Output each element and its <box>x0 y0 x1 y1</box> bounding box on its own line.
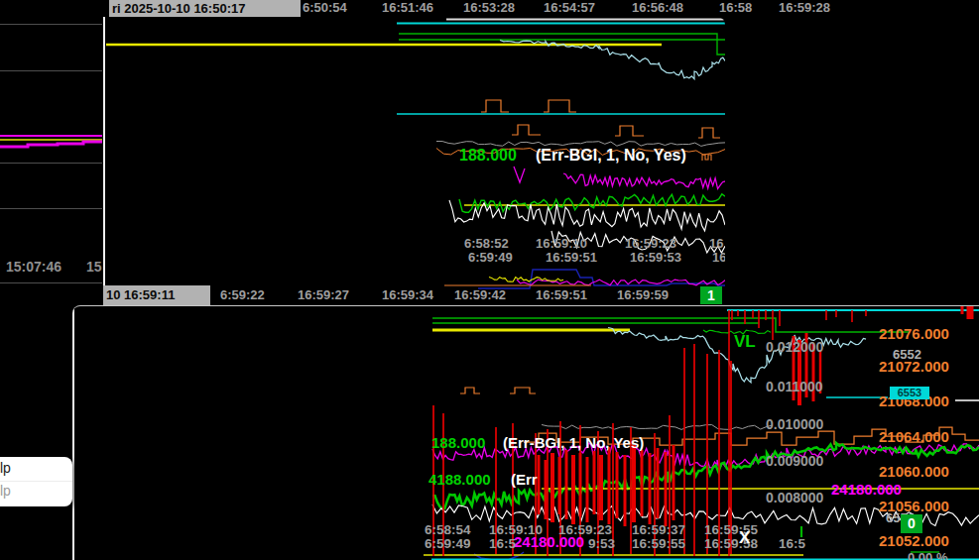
upper-inner-time: 6:59:49 <box>468 251 513 265</box>
lower-axis-time: 16:5 <box>489 537 516 551</box>
magenta-price-label: 24180.000 <box>831 481 902 498</box>
upper-inner-time: 16:59:51 <box>546 251 597 265</box>
price-scale-tick: 21064.000 <box>879 428 949 445</box>
lower-indicator2-value: 4188.000 <box>428 471 491 488</box>
background-gridline <box>0 163 102 164</box>
left-scale-tick: 0.008000 <box>766 490 823 505</box>
top-axis-highlight-cell[interactable]: ri 2025-10-10 16:50:17 <box>109 0 301 17</box>
top-axis-time: 16:58 <box>719 1 752 15</box>
upper-inner-time: 16:59:10 <box>536 237 587 251</box>
background-series-canvas <box>0 129 102 159</box>
context-menu-item[interactable]: lp <box>0 480 72 503</box>
lower-axis-time: 16:59:23 <box>558 523 612 537</box>
price-scale-tick: 21076.000 <box>879 325 949 342</box>
lower-axis-time: 6:58:54 <box>425 523 471 537</box>
lower-axis-time: 16:59:55 <box>632 537 685 551</box>
lower-axis-time: 16:59:10 <box>489 523 543 537</box>
background-gridline <box>0 282 102 283</box>
left-scale-tick: 0.012000 <box>766 339 823 355</box>
upper-indicator-params: (Err-BGI, 1, No, Yes) <box>536 147 686 165</box>
crosshair-cursor: X <box>739 528 750 548</box>
lower-indicator2-params: (Err <box>511 471 538 488</box>
upper-indicator-value: 188.000 <box>459 147 517 165</box>
upper-inner-time: 16:59:53 <box>630 251 681 265</box>
context-menu-item[interactable]: lp <box>0 457 72 480</box>
lower-chart-window[interactable]: VL 0.012000 0.011000 0.010000 0.009000 0… <box>72 305 979 560</box>
lower-axis-time: 6:59:49 <box>425 537 471 551</box>
upper-inner-time: 16:59:23 <box>625 237 676 251</box>
price-scale-tick: 21060.000 <box>879 463 949 480</box>
cyan-value-tag: 6553 <box>890 387 929 399</box>
lower-axis-time: 9:53 <box>588 537 615 551</box>
top-axis-time: 16:56:48 <box>632 1 683 15</box>
top-axis-bar: ri 2025-10-10 16:50:17 6:50:54 16:51:46 … <box>107 0 979 17</box>
top-axis-time: 16:59:28 <box>779 1 830 15</box>
lower-indicator1-params: (Err-BGI, 1, No, Yes) <box>503 434 644 451</box>
left-scale-tick: 0.010000 <box>766 416 823 432</box>
lower-indicator1-value: 188.000 <box>431 434 485 451</box>
context-menu: lp lp <box>0 457 72 506</box>
menu-divider <box>0 481 72 482</box>
top-axis-time: 16:51:46 <box>382 1 433 15</box>
lower-axis-time: 16:5 <box>779 537 805 551</box>
upper-chart-window[interactable]: 10 16:59:11 6:59:22 16:59:27 16:59:34 16… <box>103 17 725 305</box>
trading-app-screen: { "colors": { "orange": "#ef7e2e", "gree… <box>0 0 979 560</box>
background-gridline <box>0 208 102 209</box>
background-gridline <box>0 24 102 25</box>
price-scale-tick: 21052.000 <box>879 532 949 549</box>
vl-indicator-label: VL <box>734 332 756 352</box>
background-gridline <box>0 70 102 71</box>
top-axis-time: 16:53:28 <box>463 1 515 15</box>
upper-inner-time: 6:58:52 <box>464 237 509 251</box>
upper-inner-time: 16 <box>712 251 725 265</box>
background-time-label: 15:07:46 <box>6 260 61 274</box>
percent-label: 0.00 % <box>908 551 947 560</box>
top-axis-time: 6:50:54 <box>303 1 347 15</box>
background-time-label-2: 15 <box>86 260 102 274</box>
upper-inner-time: 16 <box>709 237 723 251</box>
value-tag: 6552 <box>893 347 921 362</box>
top-axis-time: 16:54:57 <box>544 1 595 15</box>
zero-badge[interactable]: 0 <box>901 514 922 533</box>
left-scale-tick: 0.009000 <box>766 453 823 469</box>
left-scale-tick: 0.011000 <box>766 379 823 394</box>
lower-axis-time: 16:59:37 <box>632 523 685 537</box>
